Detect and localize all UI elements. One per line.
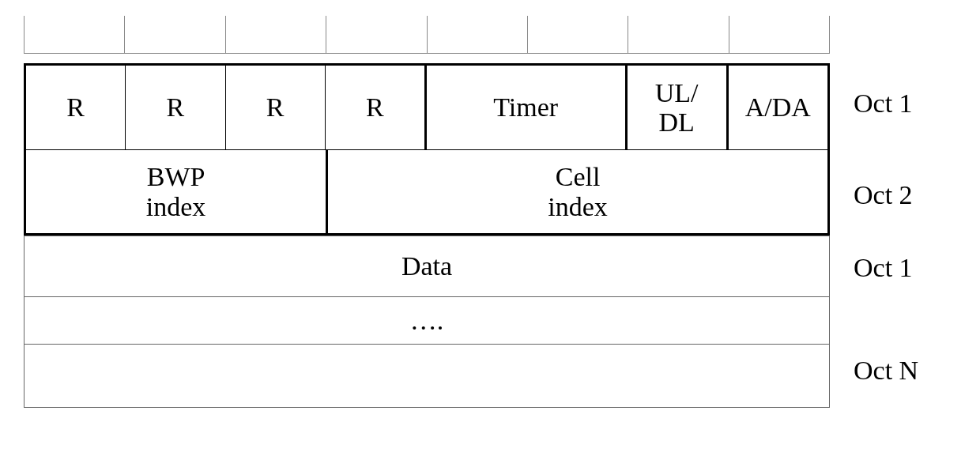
label-oct-n: Oct N xyxy=(854,356,918,386)
oct1-row: R R R R Timer UL/ DL A/DA xyxy=(24,63,830,150)
oct-n-cell xyxy=(24,345,829,407)
bit-ruler xyxy=(24,16,830,54)
diagram-wrap: R R R R Timer UL/ DL A/DA BWP index Cell… xyxy=(16,16,980,408)
oct1-r3: R xyxy=(226,66,326,149)
oct1-r1: R xyxy=(26,66,126,149)
oct1-ada: A/DA xyxy=(729,66,827,149)
data-row: Data xyxy=(24,236,830,297)
oct1-uldl: UL/ DL xyxy=(628,66,729,149)
ellipsis-cell: …. xyxy=(24,297,829,344)
label-oct2: Oct 2 xyxy=(854,180,913,210)
oct1-r2: R xyxy=(126,66,225,149)
diagram: R R R R Timer UL/ DL A/DA BWP index Cell… xyxy=(24,16,830,408)
oct2-cell: Cell index xyxy=(328,150,827,233)
oct2-row: BWP index Cell index xyxy=(24,150,830,236)
oct2-bwp: BWP index xyxy=(26,150,328,233)
oct1-timer: Timer xyxy=(427,66,628,149)
data-cell: Data xyxy=(24,236,829,296)
ellipsis-row: …. xyxy=(24,297,830,345)
label-oct1: Oct 1 xyxy=(854,89,913,119)
label-oct1-again: Oct 1 xyxy=(854,253,913,283)
oct1-r4: R xyxy=(326,66,427,149)
oct-n-row xyxy=(24,345,830,408)
